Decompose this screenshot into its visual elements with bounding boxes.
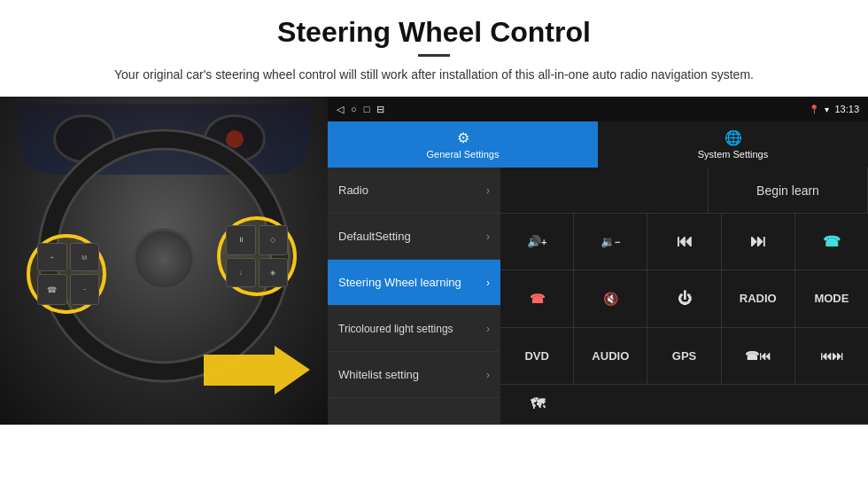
ctrl-vol-up[interactable]: 🔊+ <box>500 214 574 270</box>
tab-general-settings[interactable]: ⚙ General Settings <box>328 121 598 168</box>
steering-wheel-image: + M ☎ − ⏸ ◇ ↓ ◈ <box>0 97 328 425</box>
top-tabs: ⚙ General Settings 🌐 System Settings <box>328 121 868 168</box>
content-row: + M ☎ − ⏸ ◇ ↓ ◈ <box>0 97 868 425</box>
menu-item-tricoloured[interactable]: Tricoloured light settings › <box>328 306 500 352</box>
main-area: Radio › DefaultSetting › Steering Wheel … <box>328 168 868 425</box>
spoke-btn-arrow[interactable]: ↓ <box>226 258 256 288</box>
spoke-buttons-right: ⏸ ◇ ↓ ◈ <box>226 225 288 287</box>
ctrl-gps[interactable]: GPS <box>647 328 721 384</box>
begin-learn-button[interactable]: Begin learn <box>709 168 868 213</box>
ctrl-mute[interactable]: 🔇 <box>574 270 647 326</box>
arrow-indicator <box>204 346 310 398</box>
ctrl-power[interactable]: ⏻ <box>647 270 721 326</box>
right-controls: Begin learn 🔊+ 🔉− <box>500 168 868 425</box>
controls-grid: 🔊+ 🔉− ⏮ ⏭ ☎ <box>500 214 868 425</box>
menu-steering-label: Steering Wheel learning <box>338 276 486 289</box>
ctrl-next-track[interactable]: ⏭ <box>722 214 795 270</box>
control-row-4: 🗺 <box>500 385 868 425</box>
spoke-btn-media[interactable]: ⏸ <box>226 225 256 255</box>
menu-icon[interactable]: ⊟ <box>376 104 384 115</box>
tab-system-label: System Settings <box>698 149 768 160</box>
page-subtitle: Your original car's steering wheel contr… <box>35 66 833 84</box>
nav-icons: ◁ ○ □ ⊟ <box>337 104 384 115</box>
menu-item-whitelist[interactable]: Whitelist setting › <box>328 352 500 398</box>
chevron-icon-tricoloured: › <box>486 323 490 335</box>
location-icon: 📍 <box>809 105 819 114</box>
status-right: 📍 ▾ 13:13 <box>809 104 859 114</box>
menu-item-default[interactable]: DefaultSetting › <box>328 214 500 260</box>
control-row-2: ☎ 🔇 ⏻ RADIO MOD <box>500 270 868 327</box>
menu-tricoloured-label: Tricoloured light settings <box>338 323 486 335</box>
android-panel: ◁ ○ □ ⊟ 📍 ▾ 13:13 ⚙ General Settings <box>328 97 868 425</box>
audio-label: AUDIO <box>592 349 629 363</box>
spoke-btn-mode[interactable]: M <box>70 243 100 271</box>
control-row-3: DVD AUDIO GPS ☎⏮ <box>500 328 868 385</box>
next-track-icon: ⏭ <box>750 232 766 251</box>
spoke-btn-call[interactable]: ☎ <box>37 274 67 305</box>
chevron-icon-radio: › <box>486 184 490 197</box>
ctrl-prev-track[interactable]: ⏮ <box>647 214 721 270</box>
mode-label: MODE <box>814 292 849 305</box>
begin-learn-row: Begin learn <box>500 168 868 214</box>
spoke-btn-diamond[interactable]: ◇ <box>259 225 289 255</box>
chevron-icon-default: › <box>486 230 490 243</box>
ctrl-map[interactable]: 🗺 <box>500 385 574 424</box>
gps-label: GPS <box>672 349 696 363</box>
tab-system-settings[interactable]: 🌐 System Settings <box>598 121 868 168</box>
hangup-icon: ☎ <box>530 292 545 306</box>
chevron-icon-steering: › <box>486 277 490 289</box>
blank-cell <box>500 168 709 213</box>
chevron-icon-whitelist: › <box>486 369 490 381</box>
spoke-btn-vol-up[interactable]: + <box>37 243 67 271</box>
begin-learn-label: Begin learn <box>756 184 819 198</box>
ctrl-mode[interactable]: MODE <box>795 270 868 326</box>
wifi-icon: ▾ <box>825 105 829 114</box>
tab-general-label: General Settings <box>427 149 500 160</box>
call-prev-icon: ☎⏮ <box>745 349 771 363</box>
home-icon[interactable]: ○ <box>351 104 357 114</box>
prev-next-icon: ⏮⏭ <box>820 349 843 363</box>
wheel-center <box>133 229 195 291</box>
menu-radio-label: Radio <box>338 184 486 197</box>
svg-marker-0 <box>204 346 310 395</box>
left-menu: Radio › DefaultSetting › Steering Wheel … <box>328 168 500 425</box>
ctrl-audio[interactable]: AUDIO <box>574 328 647 384</box>
title-section: Steering Wheel Control Your original car… <box>0 16 868 97</box>
clock: 13:13 <box>834 104 859 114</box>
vol-up-icon: 🔊+ <box>527 235 546 248</box>
ctrl-prev-next[interactable]: ⏮⏭ <box>795 328 868 384</box>
menu-item-steering[interactable]: Steering Wheel learning › <box>328 260 500 306</box>
spoke-btn-vol-down[interactable]: − <box>70 274 100 305</box>
mute-icon: 🔇 <box>603 292 618 306</box>
dvd-label: DVD <box>524 349 548 363</box>
gauge-indicator <box>226 130 244 148</box>
control-row-1: 🔊+ 🔉− ⏮ ⏭ ☎ <box>500 214 868 270</box>
vol-down-icon: 🔉− <box>601 235 620 248</box>
ctrl-vol-down[interactable]: 🔉− <box>574 214 647 270</box>
ctrl-radio[interactable]: RADIO <box>722 270 795 326</box>
recents-icon[interactable]: □ <box>364 104 370 114</box>
page-container: Steering Wheel Control Your original car… <box>0 0 868 500</box>
prev-track-icon: ⏮ <box>677 232 693 251</box>
status-bar: ◁ ○ □ ⊟ 📍 ▾ 13:13 <box>328 97 868 121</box>
power-icon: ⏻ <box>678 291 692 307</box>
map-icon: 🗺 <box>531 396 545 412</box>
answer-call-icon: ☎ <box>823 233 841 250</box>
ctrl-call-prev[interactable]: ☎⏮ <box>722 328 795 384</box>
back-icon[interactable]: ◁ <box>337 104 344 115</box>
title-divider <box>418 54 450 57</box>
menu-item-radio[interactable]: Radio › <box>328 168 500 214</box>
ctrl-dvd[interactable]: DVD <box>500 328 574 384</box>
radio-label: RADIO <box>740 292 777 305</box>
page-title: Steering Wheel Control <box>35 16 833 49</box>
system-settings-icon: 🌐 <box>725 129 742 146</box>
spoke-btn-diamond2[interactable]: ◈ <box>259 258 289 288</box>
ctrl-answer-call[interactable]: ☎ <box>795 214 868 270</box>
menu-default-label: DefaultSetting <box>338 230 486 243</box>
menu-whitelist-label: Whitelist setting <box>338 368 486 381</box>
general-settings-icon: ⚙ <box>457 129 469 146</box>
spoke-buttons-left: + M ☎ − <box>37 243 99 305</box>
ctrl-hangup[interactable]: ☎ <box>500 270 574 326</box>
